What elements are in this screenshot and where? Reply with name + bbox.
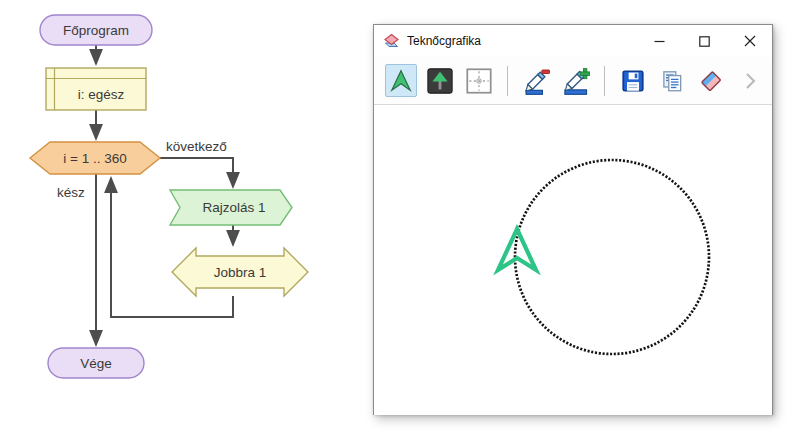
node-start[interactable]: Főprogram	[40, 15, 152, 45]
minimize-icon	[654, 36, 665, 47]
copy-button[interactable]	[656, 64, 688, 97]
eraser-icon	[698, 68, 724, 94]
node-turn-label: Jobbra 1	[214, 265, 267, 280]
pen-down-icon	[562, 67, 590, 95]
node-declaration[interactable]: i: egész	[46, 68, 146, 110]
pen-up-button[interactable]	[520, 64, 552, 97]
save-floppy-icon	[620, 68, 646, 94]
flowchart-panel: Főprogram i: egész i = 1 .. 360 következ…	[0, 0, 365, 439]
drawn-circle	[515, 160, 709, 354]
pen-down-button[interactable]	[559, 64, 591, 97]
eraser-button[interactable]	[695, 64, 727, 97]
edge-label-next: következő	[166, 139, 227, 154]
window-title: Teknőcgrafika	[407, 34, 637, 48]
node-end-label: Vége	[80, 356, 112, 371]
toolbar-separator	[507, 66, 508, 96]
pen-up-icon	[522, 67, 550, 95]
app-icon	[383, 33, 400, 50]
more-tools-button[interactable]	[734, 64, 766, 97]
node-loop[interactable]: i = 1 .. 360	[30, 142, 160, 174]
titlebar[interactable]: Teknőcgrafika	[374, 25, 772, 57]
connector-loop-next	[160, 158, 233, 187]
select-turtle-button[interactable]	[385, 64, 417, 97]
maximize-icon	[699, 36, 710, 47]
move-turtle-button[interactable]	[424, 64, 456, 97]
minimize-button[interactable]	[637, 25, 682, 57]
edge-label-done: kész	[57, 185, 85, 200]
maximize-button[interactable]	[682, 25, 727, 57]
grid-center-button[interactable]	[463, 64, 495, 97]
drawing-canvas[interactable]	[374, 105, 772, 415]
toolbar-separator	[604, 66, 605, 96]
save-button[interactable]	[617, 64, 649, 97]
turtle-pointer-icon	[388, 68, 414, 94]
close-button[interactable]	[727, 25, 772, 57]
grid-crosshair-icon	[466, 68, 492, 94]
node-end[interactable]: Vége	[48, 348, 144, 378]
node-call-label: Rajzolás 1	[202, 200, 265, 215]
node-loop-label: i = 1 .. 360	[63, 151, 126, 166]
window-controls	[637, 25, 772, 57]
screen: Főprogram i: egész i = 1 .. 360 következ…	[0, 0, 789, 439]
node-start-label: Főprogram	[63, 23, 129, 38]
turtle-graphics-window: Teknőcgrafika	[373, 24, 773, 415]
close-icon	[744, 35, 756, 47]
copy-icon	[659, 68, 685, 94]
node-declaration-label: i: egész	[78, 87, 125, 102]
toolbar	[374, 57, 772, 105]
chevron-right-icon	[738, 69, 762, 93]
node-call[interactable]: Rajzolás 1	[170, 190, 292, 225]
move-arrow-icon	[427, 68, 453, 94]
node-turn[interactable]: Jobbra 1	[172, 248, 308, 296]
turtle-cursor	[498, 229, 536, 270]
